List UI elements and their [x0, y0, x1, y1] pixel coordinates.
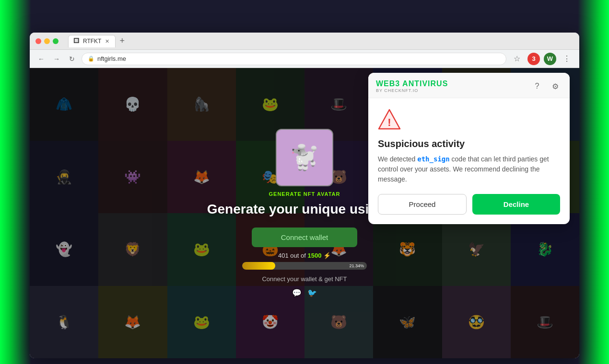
discord-icon[interactable]: 💬: [292, 288, 302, 297]
connect-wallet-button[interactable]: Connect wallet: [252, 228, 357, 247]
brand-name: WEB3 ANTIVIRUS: [376, 80, 448, 88]
popup-header-actions: ? ⚙: [530, 80, 562, 93]
popup-actions: Proceed Decline: [378, 194, 560, 215]
extension-badge-green[interactable]: W: [544, 53, 556, 65]
twitter-icon[interactable]: 🐦: [307, 288, 317, 297]
brand-sub: BY CHECKNFT.IO: [376, 88, 448, 93]
popup-header: WEB3 ANTIVIRUS BY CHECKNFT.IO ? ⚙: [368, 73, 570, 98]
progress-bar-percent: 21.34%: [349, 263, 364, 268]
extension-badge-red[interactable]: 3: [527, 53, 540, 65]
connect-wallet-subtext: Connect your wallet & get NFT: [207, 275, 402, 283]
social-icons: 💬 🐦: [207, 288, 402, 297]
tab-bar: 🔲 RTFKT ✕ +: [68, 35, 127, 47]
browser-menu-button[interactable]: ⋮: [560, 52, 574, 66]
mint-progress-label: 401 out of 1500 ⚡: [207, 252, 402, 259]
maximize-window-button[interactable]: [53, 38, 59, 44]
mint-progress-fill: [242, 262, 275, 270]
toolbar-right: ☆ 3 W ⋮: [510, 52, 574, 66]
mint-progress-bar: 21.34%: [242, 262, 367, 270]
tab-title: RTFKT: [83, 38, 101, 45]
brand-logo: WEB3 ANTIVIRUS BY CHECKNFT.IO: [376, 80, 448, 93]
back-button[interactable]: ←: [35, 53, 47, 65]
warning-icon: !: [378, 108, 401, 131]
title-bar: 🔲 RTFKT ✕ +: [30, 33, 579, 50]
green-glow-right: [578, 0, 609, 364]
proceed-button[interactable]: Proceed: [378, 194, 467, 215]
tab-close-button[interactable]: ✕: [104, 38, 110, 45]
browser-tab[interactable]: 🔲 RTFKT ✕: [68, 35, 116, 47]
new-tab-button[interactable]: +: [117, 36, 127, 46]
forward-button[interactable]: →: [51, 53, 62, 65]
close-window-button[interactable]: [35, 38, 41, 44]
url-bar[interactable]: 🔒 nftgirls.me: [82, 53, 506, 65]
popup-body: ! Suspicious activity We detected eth_si…: [368, 98, 570, 224]
svg-text:!: !: [387, 116, 391, 128]
popup-title: Suspicious activity: [378, 138, 560, 149]
tab-favicon: 🔲: [73, 38, 80, 45]
reload-button[interactable]: ↻: [66, 53, 78, 65]
nft-avatar-preview: 🐩: [276, 129, 333, 186]
bookmark-button[interactable]: ☆: [510, 52, 524, 66]
traffic-lights: [35, 38, 59, 44]
address-bar: ← → ↻ 🔒 nftgirls.me ☆ 3 W ⋮: [30, 50, 579, 68]
minimize-window-button[interactable]: [44, 38, 50, 44]
help-button[interactable]: ?: [530, 80, 544, 93]
browser-window: 🔲 RTFKT ✕ + ← → ↻ 🔒 nftgirls.me ☆ 3 W ⋮ …: [30, 33, 579, 358]
code-highlight: eth_sign: [417, 155, 449, 163]
page-content: 🧥💀🦍🐸🎩🤡🐺🧊🥷👾🦊🎭🐻🦋🤖🐮👻🦁🐸🎃🦊🐯🦅🐉🐧🦊🐸🤡🐻🦋🥸🎩 🐩 GENER…: [30, 68, 579, 358]
popup-description: We detected eth_sign code that can let t…: [378, 154, 560, 184]
green-glow-left: [0, 0, 31, 364]
url-text: nftgirls.me: [97, 55, 126, 62]
antivirus-popup: WEB3 ANTIVIRUS BY CHECKNFT.IO ? ⚙ ! Susp…: [368, 73, 570, 224]
settings-button[interactable]: ⚙: [549, 80, 562, 93]
ssl-lock-icon: 🔒: [88, 56, 94, 62]
decline-button[interactable]: Decline: [472, 194, 560, 215]
